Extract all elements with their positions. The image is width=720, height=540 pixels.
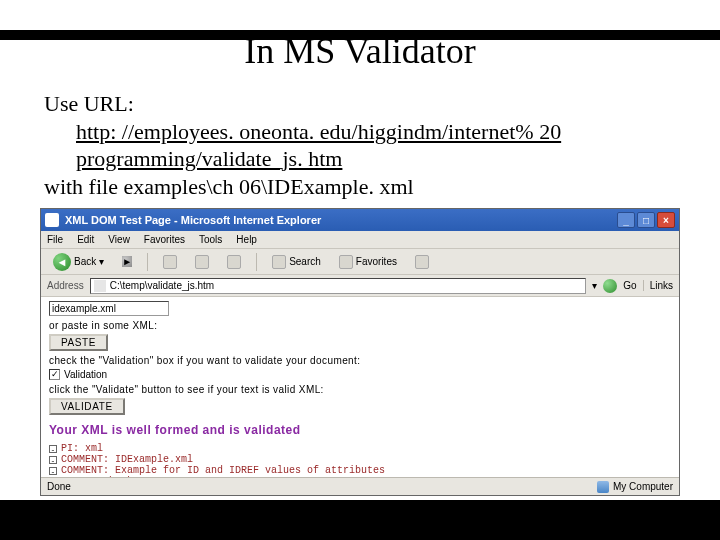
minimize-button[interactable]: _ — [617, 212, 635, 228]
window-title: XML DOM Test Page - Microsoft Internet E… — [65, 214, 321, 226]
links-label[interactable]: Links — [643, 280, 673, 291]
chevron-down-icon: ▾ — [99, 256, 104, 267]
top-black-bar — [0, 30, 720, 40]
url-text: http: //employees. oneonta. edu/higgindm… — [76, 119, 561, 172]
computer-icon — [597, 481, 609, 493]
home-button[interactable] — [221, 252, 247, 272]
page-icon — [94, 280, 106, 292]
address-field[interactable]: C:\temp\validate_js.htm — [90, 278, 587, 294]
menu-favorites[interactable]: Favorites — [144, 234, 185, 245]
page-content: or paste in some XML: PASTE check the "V… — [41, 297, 679, 496]
toolbar: ◄ Back ▾ ► Search Favorites — [41, 249, 679, 275]
favorites-button[interactable]: Favorites — [333, 252, 403, 272]
browser-window: XML DOM Test Page - Microsoft Internet E… — [40, 208, 680, 496]
result-message: Your XML is well formed and is validated — [49, 423, 671, 437]
menu-file[interactable]: File — [47, 234, 63, 245]
search-icon — [272, 255, 286, 269]
tree-bullet-icon: - — [49, 445, 57, 453]
tree-line: -COMMENT: Example for ID and IDREF value… — [49, 465, 671, 476]
tree-line: -COMMENT: IDExample.xml — [49, 454, 671, 465]
menu-view[interactable]: View — [108, 234, 130, 245]
paste-msg: or paste in some XML: — [49, 320, 671, 331]
paste-button[interactable]: PASTE — [49, 334, 108, 351]
close-button[interactable]: × — [657, 212, 675, 228]
check-msg: check the "Validation" box if you want t… — [49, 355, 671, 366]
validation-checkbox-row: ✓ Validation — [49, 369, 671, 380]
validate-button[interactable]: VALIDATE — [49, 398, 125, 415]
star-icon — [339, 255, 353, 269]
address-dropdown-icon[interactable]: ▾ — [592, 280, 597, 291]
forward-arrow-icon: ► — [122, 256, 132, 267]
home-icon — [227, 255, 241, 269]
menu-edit[interactable]: Edit — [77, 234, 94, 245]
menu-help[interactable]: Help — [236, 234, 257, 245]
url-line: http: //employees. oneonta. edu/higgindm… — [44, 118, 676, 173]
forward-button[interactable]: ► — [116, 253, 138, 270]
zone-label: My Computer — [613, 481, 673, 492]
back-arrow-icon: ◄ — [53, 253, 71, 271]
search-label: Search — [289, 256, 321, 267]
address-value: C:\temp\validate_js.htm — [110, 280, 215, 291]
use-url-label: Use URL: — [44, 90, 676, 118]
tree-text: PI: xml — [61, 443, 103, 454]
status-done: Done — [47, 481, 71, 492]
menu-tools[interactable]: Tools — [199, 234, 222, 245]
tree-bullet-icon: - — [49, 456, 57, 464]
stop-icon — [163, 255, 177, 269]
address-bar: Address C:\temp\validate_js.htm ▾ Go Lin… — [41, 275, 679, 297]
menubar: File Edit View Favorites Tools Help — [41, 231, 679, 249]
validation-label: Validation — [64, 369, 107, 380]
favorites-label: Favorites — [356, 256, 397, 267]
window-titlebar: XML DOM Test Page - Microsoft Internet E… — [41, 209, 679, 231]
ie-icon — [45, 213, 59, 227]
refresh-icon — [195, 255, 209, 269]
media-icon — [415, 255, 429, 269]
file-input[interactable] — [49, 301, 169, 316]
security-zone: My Computer — [597, 481, 673, 493]
search-button[interactable]: Search — [266, 252, 327, 272]
tree-text: COMMENT: Example for ID and IDREF values… — [61, 465, 385, 476]
go-icon — [603, 279, 617, 293]
back-button[interactable]: ◄ Back ▾ — [47, 250, 110, 274]
back-label: Back — [74, 256, 96, 267]
address-label: Address — [47, 280, 84, 291]
slide-root: In MS Validator Use URL: http: //employe… — [0, 30, 720, 540]
media-button[interactable] — [409, 252, 435, 272]
status-bar: Done My Computer — [41, 477, 679, 495]
bottom-black-bar — [0, 500, 720, 540]
slide-body: Use URL: http: //employees. oneonta. edu… — [44, 90, 676, 200]
refresh-button[interactable] — [189, 252, 215, 272]
stop-button[interactable] — [157, 252, 183, 272]
go-label[interactable]: Go — [623, 280, 636, 291]
click-msg: click the "Validate" button to see if yo… — [49, 384, 671, 395]
tree-line: -PI: xml — [49, 443, 671, 454]
maximize-button[interactable]: □ — [637, 212, 655, 228]
tree-text: COMMENT: IDExample.xml — [61, 454, 193, 465]
validation-checkbox[interactable]: ✓ — [49, 369, 60, 380]
tree-bullet-icon: - — [49, 467, 57, 475]
with-file-line: with file examples\ch 06\IDExample. xml — [44, 173, 676, 201]
